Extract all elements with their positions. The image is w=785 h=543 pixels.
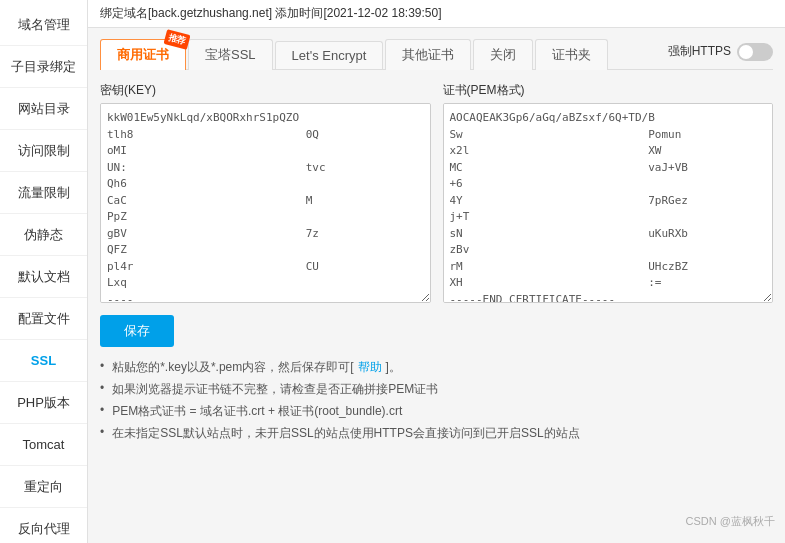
ssl-form: 密钥(KEY) 证书(PEM格式) (100, 82, 773, 303)
tips-list: 粘贴您的*.key以及*.pem内容，然后保存即可[帮助]。如果浏览器提示证书链… (100, 359, 773, 442)
sidebar-item-配置文件[interactable]: 配置文件 (0, 298, 87, 340)
sidebar-item-域名管理[interactable]: 域名管理 (0, 4, 87, 46)
tab-宝塔SSL[interactable]: 宝塔SSL (188, 39, 273, 70)
tab-关闭[interactable]: 关闭 (473, 39, 533, 70)
tip-item: PEM格式证书 = 域名证书.crt + 根证书(root_bundle).cr… (100, 403, 773, 420)
tab-其他证书[interactable]: 其他证书 (385, 39, 471, 70)
sidebar-item-重定向[interactable]: 重定向 (0, 466, 87, 508)
sidebar-item-PHP版本[interactable]: PHP版本 (0, 382, 87, 424)
cert-col: 证书(PEM格式) (443, 82, 774, 303)
key-label: 密钥(KEY) (100, 82, 431, 99)
sidebar: 域名管理子目录绑定网站目录访问限制流量限制伪静态默认文档配置文件SSLPHP版本… (0, 0, 88, 543)
tab-Let's Encrypt[interactable]: Let's Encrypt (275, 41, 384, 69)
tabs-row: 商用证书宝塔SSLLet's Encrypt其他证书关闭证书夹 强制HTTPS (100, 38, 773, 70)
cert-label: 证书(PEM格式) (443, 82, 774, 99)
key-col: 密钥(KEY) (100, 82, 431, 303)
tab-证书夹[interactable]: 证书夹 (535, 39, 608, 70)
force-https-toggle[interactable] (737, 43, 773, 61)
sidebar-item-网站目录[interactable]: 网站目录 (0, 88, 87, 130)
main-content: 绑定域名[back.getzhushang.net] 添加时间[2021-12-… (88, 0, 785, 543)
tip-item: 在未指定SSL默认站点时，未开启SSL的站点使用HTTPS会直接访问到已开启SS… (100, 425, 773, 442)
sidebar-item-反向代理[interactable]: 反向代理 (0, 508, 87, 543)
cert-textarea[interactable] (443, 103, 774, 303)
tab-商用证书[interactable]: 商用证书 (100, 39, 186, 70)
sidebar-item-子目录绑定[interactable]: 子目录绑定 (0, 46, 87, 88)
sidebar-item-访问限制[interactable]: 访问限制 (0, 130, 87, 172)
tips-section: 粘贴您的*.key以及*.pem内容，然后保存即可[帮助]。如果浏览器提示证书链… (100, 359, 773, 442)
sidebar-item-SSL[interactable]: SSL (0, 340, 87, 382)
force-https-label: 强制HTTPS (668, 43, 731, 60)
force-https-group: 强制HTTPS (668, 43, 773, 65)
tip-item: 如果浏览器提示证书链不完整，请检查是否正确拼接PEM证书 (100, 381, 773, 398)
tip-item: 粘贴您的*.key以及*.pem内容，然后保存即可[帮助]。 (100, 359, 773, 376)
sidebar-item-伪静态[interactable]: 伪静态 (0, 214, 87, 256)
sidebar-item-流量限制[interactable]: 流量限制 (0, 172, 87, 214)
hint-text: 绑定域名[back.getzhushang.net] 添加时间[2021-12-… (100, 5, 442, 22)
sidebar-item-Tomcat[interactable]: Tomcat (0, 424, 87, 466)
top-hint-bar: 绑定域名[back.getzhushang.net] 添加时间[2021-12-… (88, 0, 785, 28)
key-textarea[interactable] (100, 103, 431, 303)
sidebar-item-默认文档[interactable]: 默认文档 (0, 256, 87, 298)
content-area: 商用证书宝塔SSLLet's Encrypt其他证书关闭证书夹 强制HTTPS … (88, 28, 785, 543)
help-link[interactable]: 帮助 (358, 359, 382, 376)
save-button[interactable]: 保存 (100, 315, 174, 347)
